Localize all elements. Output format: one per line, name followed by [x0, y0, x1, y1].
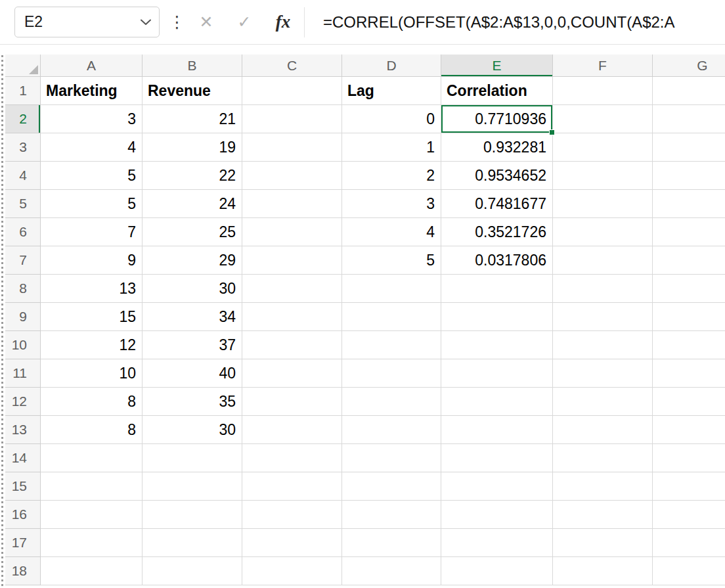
cell-A12[interactable]: 8	[41, 388, 143, 416]
cell-C18[interactable]	[242, 557, 342, 585]
row-header-4[interactable]: 4	[5, 162, 41, 190]
cell-B16[interactable]	[143, 501, 242, 529]
cell-B7[interactable]: 29	[143, 246, 242, 275]
cell-G10[interactable]	[653, 331, 725, 359]
cell-B17[interactable]	[143, 529, 242, 557]
row-header-17[interactable]: 17	[5, 529, 41, 557]
cell-A6[interactable]: 7	[41, 218, 143, 246]
cell-D12[interactable]	[342, 388, 441, 416]
cell-E18[interactable]	[441, 557, 553, 585]
cell-F9[interactable]	[553, 303, 653, 331]
cell-E3[interactable]: 0.932281	[441, 133, 553, 162]
cell-A8[interactable]: 13	[41, 275, 143, 303]
cell-G18[interactable]	[653, 557, 725, 585]
cell-E13[interactable]	[441, 416, 553, 444]
cell-B18[interactable]	[143, 557, 242, 585]
cell-C10[interactable]	[242, 331, 342, 359]
column-header-G[interactable]: G	[653, 55, 725, 77]
cell-B15[interactable]	[143, 472, 242, 501]
cell-B1[interactable]: Revenue	[143, 77, 242, 105]
cell-F2[interactable]	[553, 105, 653, 133]
cell-A5[interactable]: 5	[41, 190, 143, 218]
cell-F10[interactable]	[553, 331, 653, 359]
cell-D15[interactable]	[342, 472, 441, 501]
row-header-16[interactable]: 16	[5, 501, 41, 529]
cell-G16[interactable]	[653, 501, 725, 529]
cell-G15[interactable]	[653, 472, 725, 501]
fill-handle[interactable]	[549, 129, 555, 135]
cell-G4[interactable]	[653, 162, 725, 190]
cell-D1[interactable]: Lag	[342, 77, 441, 105]
cell-A7[interactable]: 9	[41, 246, 143, 275]
cell-F13[interactable]	[553, 416, 653, 444]
cell-B5[interactable]: 24	[143, 190, 242, 218]
cell-B2[interactable]: 21	[143, 105, 242, 133]
cell-G1[interactable]	[653, 77, 725, 105]
row-header-8[interactable]: 8	[5, 275, 41, 303]
cell-C9[interactable]	[242, 303, 342, 331]
row-header-9[interactable]: 9	[5, 303, 41, 331]
cell-E15[interactable]	[441, 472, 553, 501]
column-header-B[interactable]: B	[143, 55, 242, 77]
cell-D17[interactable]	[342, 529, 441, 557]
cell-C7[interactable]	[242, 246, 342, 275]
cell-E1[interactable]: Correlation	[441, 77, 553, 105]
cell-A11[interactable]: 10	[41, 359, 143, 388]
row-header-18[interactable]: 18	[5, 557, 41, 585]
cell-F17[interactable]	[553, 529, 653, 557]
cell-B8[interactable]: 30	[143, 275, 242, 303]
cell-A16[interactable]	[41, 501, 143, 529]
cell-D3[interactable]: 1	[342, 133, 441, 162]
cell-C11[interactable]	[242, 359, 342, 388]
cell-B4[interactable]: 22	[143, 162, 242, 190]
cell-D14[interactable]	[342, 444, 441, 472]
cell-B12[interactable]: 35	[143, 388, 242, 416]
row-header-6[interactable]: 6	[5, 218, 41, 246]
cell-G14[interactable]	[653, 444, 725, 472]
cell-A13[interactable]: 8	[41, 416, 143, 444]
cell-F11[interactable]	[553, 359, 653, 388]
cell-B13[interactable]: 30	[143, 416, 242, 444]
cell-G9[interactable]	[653, 303, 725, 331]
cell-B10[interactable]: 37	[143, 331, 242, 359]
cell-F16[interactable]	[553, 501, 653, 529]
row-header-14[interactable]: 14	[5, 444, 41, 472]
cell-D10[interactable]	[342, 331, 441, 359]
cell-C14[interactable]	[242, 444, 342, 472]
cell-D16[interactable]	[342, 501, 441, 529]
column-header-E[interactable]: E	[441, 55, 553, 77]
cell-E14[interactable]	[441, 444, 553, 472]
cell-E5[interactable]: 0.7481677	[441, 190, 553, 218]
cell-A1[interactable]: Marketing	[41, 77, 143, 105]
cell-A18[interactable]	[41, 557, 143, 585]
row-header-10[interactable]: 10	[5, 331, 41, 359]
select-all-corner[interactable]	[5, 55, 41, 77]
row-header-11[interactable]: 11	[5, 359, 41, 388]
cell-E4[interactable]: 0.9534652	[441, 162, 553, 190]
more-options-icon[interactable]: ⋮	[169, 12, 181, 32]
insert-function-fx-icon[interactable]: fx	[271, 12, 295, 32]
column-header-F[interactable]: F	[553, 55, 653, 77]
cell-A4[interactable]: 5	[41, 162, 143, 190]
cell-E7[interactable]: 0.0317806	[441, 246, 553, 275]
cell-D7[interactable]: 5	[342, 246, 441, 275]
cell-D5[interactable]: 3	[342, 190, 441, 218]
row-header-2[interactable]: 2	[5, 105, 41, 133]
cell-C4[interactable]	[242, 162, 342, 190]
cell-G6[interactable]	[653, 218, 725, 246]
cell-B3[interactable]: 19	[143, 133, 242, 162]
cell-G11[interactable]	[653, 359, 725, 388]
cell-F6[interactable]	[553, 218, 653, 246]
cell-A10[interactable]: 12	[41, 331, 143, 359]
cell-F3[interactable]	[553, 133, 653, 162]
formula-input[interactable]: =CORREL(OFFSET(A$2:A$13,0,0,COUNT(A$2:A	[305, 7, 725, 37]
cell-B9[interactable]: 34	[143, 303, 242, 331]
cell-D8[interactable]	[342, 275, 441, 303]
cell-G13[interactable]	[653, 416, 725, 444]
cell-D2[interactable]: 0	[342, 105, 441, 133]
enter-icon[interactable]: ✓	[234, 12, 254, 32]
cell-E6[interactable]: 0.3521726	[441, 218, 553, 246]
cell-C12[interactable]	[242, 388, 342, 416]
cell-B14[interactable]	[143, 444, 242, 472]
row-header-12[interactable]: 12	[5, 388, 41, 416]
